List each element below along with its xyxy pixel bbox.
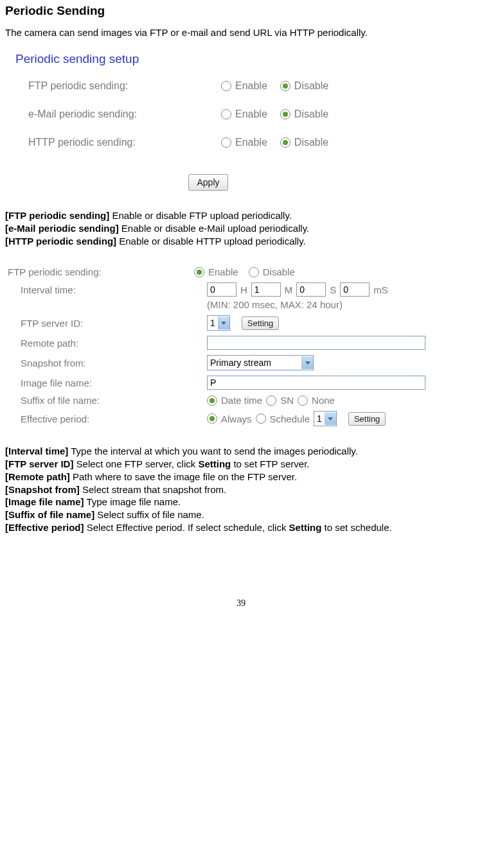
ftp-periodic-label: FTP periodic sending: bbox=[15, 80, 221, 92]
effective-always-label: Always bbox=[221, 413, 252, 424]
effective-always-radio[interactable] bbox=[207, 413, 217, 424]
def-server-bold: Setting bbox=[198, 458, 231, 469]
server-id-value: 1 bbox=[210, 318, 215, 328]
periodic-setup-panel: Periodic sending setup FTP periodic send… bbox=[15, 52, 477, 191]
remote-path-row: Remote path: bbox=[8, 336, 477, 350]
snapshot-select[interactable]: Primary stream bbox=[207, 355, 314, 370]
chevron-down-icon bbox=[325, 412, 336, 425]
email-periodic-label: e-Mail periodic sending: bbox=[15, 108, 221, 120]
def-http-label: [HTTP periodic sending] bbox=[5, 236, 116, 247]
panel-title: Periodic sending setup bbox=[15, 52, 477, 66]
schedule-setting-button[interactable]: Setting bbox=[348, 412, 386, 426]
def-http-text: Enable or disable HTTP upload periodical… bbox=[116, 236, 306, 247]
suffix-date-label: Date time bbox=[221, 395, 262, 406]
enable-label: Enable bbox=[235, 137, 267, 148]
unit-ms: mS bbox=[373, 284, 388, 295]
unit-h: H bbox=[240, 284, 247, 295]
def-snapshot-text: Select stream that snapshot from. bbox=[80, 484, 226, 495]
filename-input[interactable] bbox=[207, 376, 425, 390]
snapshot-value: Primary stream bbox=[210, 358, 271, 368]
interval-m-input[interactable] bbox=[251, 282, 281, 297]
remote-path-label: Remote path: bbox=[8, 338, 207, 349]
def-snapshot-label: [Snapshot from] bbox=[5, 484, 80, 495]
server-id-label: FTP server ID: bbox=[8, 318, 207, 329]
def-server-text2: to set FTP server. bbox=[231, 458, 309, 469]
snapshot-label: Snapshot from: bbox=[8, 358, 207, 369]
disable-label: Disable bbox=[263, 266, 295, 277]
page-title: Periodic Sending bbox=[5, 4, 477, 18]
unit-m: M bbox=[285, 284, 293, 295]
def-effective-label: [Effective period] bbox=[5, 522, 84, 533]
suffix-row: Suffix of file name: Date time SN None bbox=[8, 395, 477, 406]
http-periodic-row: HTTP periodic sending: Enable Disable bbox=[15, 137, 477, 148]
interval-ms-input[interactable] bbox=[340, 282, 370, 297]
suffix-date-radio[interactable] bbox=[207, 395, 217, 406]
disable-label: Disable bbox=[294, 108, 328, 120]
chevron-down-icon bbox=[301, 356, 313, 369]
chevron-down-icon bbox=[218, 317, 229, 329]
email-periodic-row: e-Mail periodic sending: Enable Disable bbox=[15, 108, 477, 120]
interval-s-input[interactable] bbox=[296, 282, 326, 297]
ftp-disable-radio[interactable] bbox=[280, 81, 290, 91]
page-number: 39 bbox=[5, 598, 477, 609]
ftp-enable-radio[interactable] bbox=[221, 81, 231, 91]
interval-h-input[interactable] bbox=[207, 282, 237, 297]
def-filename-text: Type image file name. bbox=[84, 496, 181, 507]
def-interval-label: [Interval time] bbox=[5, 446, 68, 456]
disable-label: Disable bbox=[294, 80, 328, 92]
filename-label: Image file name: bbox=[8, 378, 207, 388]
http-disable-radio[interactable] bbox=[280, 137, 290, 148]
effective-schedule-radio[interactable] bbox=[256, 413, 266, 424]
ftp2-disable-radio[interactable] bbox=[249, 267, 259, 277]
def-suffix-label: [Suffix of file name] bbox=[5, 509, 94, 520]
def-interval-text: Type the interval at which you want to s… bbox=[68, 446, 358, 456]
def-effective-text1: Select Effective period. If select sched… bbox=[84, 522, 289, 533]
effective-label: Effective period: bbox=[8, 413, 207, 424]
disable-label: Disable bbox=[294, 137, 328, 148]
ftp-periodic-row: FTP periodic sending: Enable Disable bbox=[15, 80, 477, 92]
effective-row: Effective period: Always Schedule 1 Sett… bbox=[8, 411, 477, 426]
def-remote-text: Path where to save the image file on the… bbox=[70, 471, 297, 482]
suffix-none-radio[interactable] bbox=[298, 395, 308, 406]
definitions-block-2: [Interval time] Type the interval at whi… bbox=[5, 446, 477, 534]
suffix-sn-radio[interactable] bbox=[266, 395, 276, 406]
remote-path-input[interactable] bbox=[207, 336, 425, 350]
apply-button[interactable]: Apply bbox=[188, 174, 228, 191]
def-filename-label: [Image file name] bbox=[5, 496, 84, 507]
schedule-select[interactable]: 1 bbox=[314, 411, 337, 426]
def-email-label: [e-Mail periodic sending] bbox=[5, 223, 119, 234]
server-id-select[interactable]: 1 bbox=[207, 315, 230, 331]
def-suffix-text: Select suffix of file name. bbox=[94, 509, 204, 520]
interval-row: Interval time: H M S mS bbox=[8, 282, 477, 297]
filename-row: Image file name: bbox=[8, 376, 477, 390]
email-disable-radio[interactable] bbox=[280, 109, 290, 119]
ftp2-enable-radio[interactable] bbox=[194, 267, 204, 277]
email-enable-radio[interactable] bbox=[221, 109, 231, 119]
ftp-periodic-panel: FTP periodic sending: Enable Disable Int… bbox=[8, 266, 477, 426]
enable-label: Enable bbox=[208, 266, 238, 277]
enable-label: Enable bbox=[235, 108, 267, 120]
unit-s: S bbox=[330, 284, 336, 295]
def-effective-bold: Setting bbox=[289, 522, 322, 533]
http-periodic-label: HTTP periodic sending: bbox=[15, 137, 221, 148]
effective-schedule-label: Schedule bbox=[270, 413, 310, 424]
server-id-row: FTP server ID: 1 Setting bbox=[8, 315, 477, 331]
def-server-label: [FTP server ID] bbox=[5, 458, 73, 469]
http-enable-radio[interactable] bbox=[221, 137, 231, 148]
def-remote-label: [Remote path] bbox=[5, 471, 70, 482]
ftp-title-label: FTP periodic sending: bbox=[8, 266, 194, 277]
definitions-block-1: [FTP periodic sending] Enable or disable… bbox=[5, 210, 477, 247]
def-ftp-text: Enable or disable FTP upload periodicall… bbox=[109, 210, 292, 221]
def-email-text: Enable or disable e-Mail upload periodic… bbox=[119, 223, 310, 234]
def-ftp-label: [FTP periodic sending] bbox=[5, 210, 109, 221]
suffix-label: Suffix of file name: bbox=[8, 395, 207, 406]
schedule-value: 1 bbox=[317, 413, 322, 424]
suffix-none-label: None bbox=[312, 395, 335, 406]
suffix-sn-label: SN bbox=[280, 395, 294, 406]
snapshot-row: Snapshot from: Primary stream bbox=[8, 355, 477, 370]
interval-minmax: (MIN: 200 msec, MAX: 24 hour) bbox=[207, 299, 477, 310]
interval-label: Interval time: bbox=[8, 284, 207, 295]
def-server-text1: Select one FTP server, click bbox=[73, 458, 198, 469]
server-setting-button[interactable]: Setting bbox=[242, 317, 279, 330]
ftp-title-row: FTP periodic sending: Enable Disable bbox=[8, 266, 477, 277]
